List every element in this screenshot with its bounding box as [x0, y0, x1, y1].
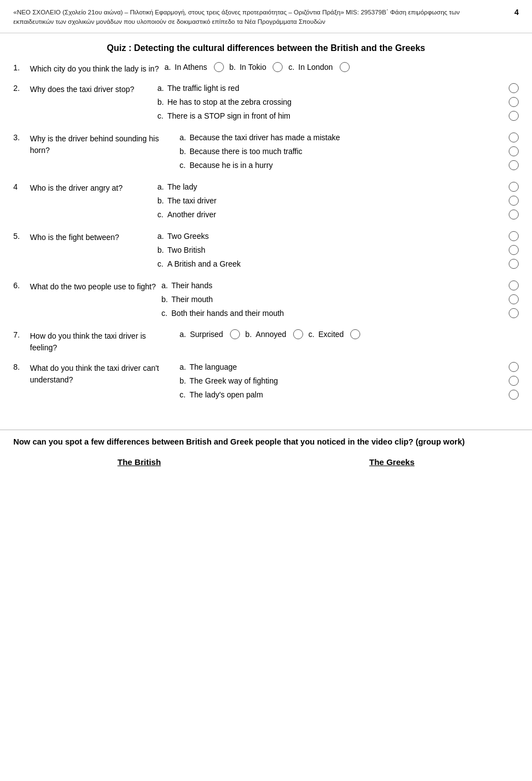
answer-text-4-2: The taxi driver: [167, 195, 504, 207]
radio-circle-5-2[interactable]: [509, 245, 519, 255]
quiz-title: Quiz : Detecting the cultural difference…: [0, 33, 532, 60]
answer-item-2-2: b.He has to stop at the zebra crossing: [157, 96, 519, 108]
answer-text-6-2: Their mouth: [171, 294, 504, 305]
answer-text-7-3: Excited: [318, 330, 344, 339]
answer-item-7-3: c.Excited: [309, 329, 361, 339]
radio-circle-2-1[interactable]: [509, 83, 519, 93]
answer-text-8-1: The language: [190, 361, 504, 373]
radio-circle-2-3[interactable]: [509, 111, 519, 121]
answer-item-4-3: c.Another driver: [157, 209, 519, 221]
section-divider: [0, 430, 532, 430]
answers-7: a.Surprisedb.Annoyedc.Excited: [174, 329, 519, 339]
radio-circle-5-3[interactable]: [509, 259, 519, 269]
answer-text-4-1: The lady: [167, 181, 504, 193]
question-num-5: 5.: [13, 231, 30, 241]
radio-circle-4-3[interactable]: [509, 210, 519, 220]
answer-label-8-1: a.: [180, 361, 190, 373]
header-text: «ΝΕΟ ΣΧΟΛΕΙΟ (Σχολείο 21ου αιώνα) – Πιλο…: [13, 8, 479, 27]
answer-item-6-2: b.Their mouth: [161, 294, 519, 305]
question-row-2: 2.Why does the taxi driver stop?a.The tr…: [13, 80, 519, 126]
question-text-4: Who is the driver angry at?: [30, 181, 152, 194]
answer-label-4-2: b.: [157, 195, 167, 207]
answer-item-7-2: b.Annoyed: [245, 329, 303, 339]
answer-label-2-3: c.: [157, 110, 167, 122]
answer-label-1-2: b.: [229, 63, 236, 72]
answers-1: a.In Athensb.In Tokioc.In London: [159, 62, 519, 72]
radio-circle-3-2[interactable]: [509, 146, 519, 156]
radio-circle-4-2[interactable]: [509, 196, 519, 206]
answer-item-8-3: c.The lady's open palm: [180, 389, 519, 401]
question-row-8: 8.What do you think the taxi driver can'…: [13, 359, 519, 405]
answer-text-5-2: Two British: [167, 244, 504, 256]
answers-2: a.The traffic light is redb.He has to st…: [152, 83, 519, 124]
radio-circle-6-1[interactable]: [509, 280, 519, 290]
radio-circle-1-2[interactable]: [273, 62, 283, 72]
answer-item-7-1: a.Surprised: [180, 329, 240, 339]
page-number: 4: [502, 8, 519, 17]
question-row-4: 4Who is the driver angry at?a.The ladyb.…: [13, 179, 519, 225]
answer-text-1-1: In Athens: [175, 63, 207, 72]
answer-label-3-2: b.: [180, 146, 190, 157]
answer-text-5-1: Two Greeks: [167, 231, 504, 242]
radio-circle-8-2[interactable]: [509, 376, 519, 386]
answer-text-2-1: The traffic light is red: [167, 83, 504, 94]
question-text-8: What do you think the taxi driver can't …: [30, 361, 174, 386]
answer-text-8-3: The lady's open palm: [190, 389, 504, 401]
answer-label-3-1: a.: [180, 132, 190, 144]
question-num-8: 8.: [13, 361, 30, 371]
answer-label-6-2: b.: [161, 294, 171, 305]
radio-circle-1-1[interactable]: [214, 62, 224, 72]
radio-circle-2-2[interactable]: [509, 97, 519, 107]
answers-8: a.The languageb.The Greek way of fightin…: [174, 361, 519, 403]
answers-inline-1: a.In Athensb.In Tokioc.In London: [165, 62, 519, 72]
radio-circle-6-3[interactable]: [509, 308, 519, 318]
answer-item-3-2: b.Because there is too much traffic: [180, 146, 519, 157]
question-num-7: 7.: [13, 329, 30, 339]
question-row-3: 3.Why is the driver behind sounding his …: [13, 130, 519, 176]
radio-circle-7-1[interactable]: [230, 329, 240, 339]
answer-label-6-3: c.: [161, 308, 171, 319]
columns-row: The British The Greeks: [13, 457, 519, 467]
answers-inline-7: a.Surprisedb.Annoyedc.Excited: [180, 329, 519, 339]
answers-5: a.Two Greeksb.Two Britishc.A British and…: [152, 231, 519, 272]
answer-item-8-2: b.The Greek way of fighting: [180, 375, 519, 387]
radio-circle-8-1[interactable]: [509, 362, 519, 372]
question-text-7: How do you think the taxi driver is feel…: [30, 329, 174, 354]
answer-text-4-3: Another driver: [167, 209, 504, 221]
radio-circle-3-1[interactable]: [509, 132, 519, 142]
question-num-2: 2.: [13, 83, 30, 93]
answers-6: a.Their handsb.Their mouthc.Both their h…: [156, 280, 519, 321]
answer-label-8-2: b.: [180, 375, 190, 387]
answer-text-5-3: A British and a Greek: [167, 258, 504, 270]
radio-circle-5-1[interactable]: [509, 231, 519, 241]
radio-circle-6-2[interactable]: [509, 294, 519, 304]
answer-item-3-1: a.Because the taxi driver has made a mis…: [180, 132, 519, 144]
answer-text-1-3: In London: [298, 63, 332, 72]
answer-item-6-1: a.Their hands: [161, 280, 519, 292]
radio-circle-7-3[interactable]: [350, 329, 360, 339]
answer-label-3-3: c.: [180, 160, 190, 171]
answer-item-1-2: b.In Tokio: [229, 62, 283, 72]
question-num-4: 4: [13, 181, 30, 191]
question-row-6: 6.What do the two people use to fight?a.…: [13, 278, 519, 324]
radio-circle-8-3[interactable]: [509, 390, 519, 400]
answer-label-7-3: c.: [309, 330, 315, 339]
answer-text-1-2: In Tokio: [239, 63, 266, 72]
page-header: «ΝΕΟ ΣΧΟΛΕΙΟ (Σχολείο 21ου αιώνα) – Πιλο…: [0, 0, 532, 33]
answer-label-7-2: b.: [245, 330, 252, 339]
answer-label-5-1: a.: [157, 231, 167, 242]
answer-item-5-3: c.A British and a Greek: [157, 258, 519, 270]
question-num-3: 3.: [13, 132, 30, 142]
radio-circle-7-2[interactable]: [293, 329, 303, 339]
answers-4: a.The ladyb.The taxi driverc.Another dri…: [152, 181, 519, 223]
radio-circle-4-1[interactable]: [509, 182, 519, 192]
answer-item-1-1: a.In Athens: [165, 62, 224, 72]
radio-circle-3-3[interactable]: [509, 160, 519, 170]
answer-label-5-3: c.: [157, 258, 167, 270]
answer-label-7-1: a.: [180, 330, 186, 339]
question-text-3: Why is the driver behind sounding his ho…: [30, 132, 174, 156]
answer-text-3-2: Because there is too much traffic: [190, 146, 504, 157]
radio-circle-1-3[interactable]: [340, 62, 350, 72]
answer-text-7-2: Annoyed: [255, 330, 286, 339]
answer-label-4-3: c.: [157, 209, 167, 221]
